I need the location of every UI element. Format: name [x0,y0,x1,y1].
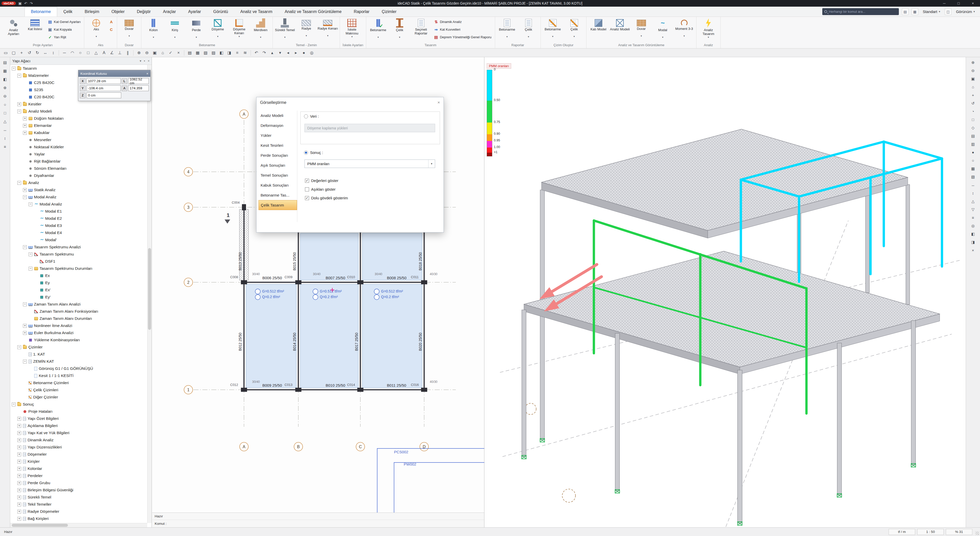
vis-category-betonarme-tas[interactable]: Betonarme Tas... [259,190,297,200]
tree-item-noktasal-k-tleler[interactable]: Noktasal Kütleler [10,143,147,151]
tab-analiz-ve-tasar-m[interactable]: Analiz ve Tasarım [234,6,278,17]
command-window[interactable]: Hazır Komut : [152,512,484,527]
story-copy-button[interactable]: ▣Kat Kopyala [46,26,83,33]
tree-item-statik-analiz[interactable]: +Statik Analiz [10,186,147,194]
strip-footing-button[interactable]: Sürekli Temel▾ [274,17,295,43]
object-list-icon[interactable]: ≡ [234,49,241,56]
tab-de-i-tir[interactable]: Değiştir [130,6,157,17]
tree-expander-icon[interactable]: − [29,202,32,206]
tab-raporlar[interactable]: Raporlar [348,6,375,17]
vis-category-deformasyon[interactable]: Deformasyon [259,121,297,130]
analysis-settings-button[interactable]: Analiz Ayarları [3,17,24,43]
story-forces-button[interactable]: ⇒Kat Kuvvetleri [432,26,493,33]
selective-reports-button[interactable]: Seçmeli Raporlar [410,17,431,43]
tree-item-ey[interactable]: Ey [10,279,147,286]
tree-item-dinamik-analiz[interactable]: +Dinamik Analiz [10,436,147,444]
nudge-up-icon[interactable]: ▴ [269,49,276,56]
tree-item-nonlineer-i-tme-analizi[interactable]: +Nonlineer İtme Analizi [10,322,147,329]
axis-button[interactable]: Aks▾ [86,17,107,43]
vis-category-temel-sonu-lar[interactable]: Temel Sonuçları [259,170,297,180]
section-view-icon[interactable]: ▧ [969,173,977,180]
x-value-field[interactable]: 1077.28 cm [86,78,121,84]
horizontal-tool-icon[interactable]: ↔ [1,126,9,134]
dynamic-analysis-button[interactable]: ⇅Dinamik Analiz [432,18,493,25]
nudge-down-icon[interactable]: ▾ [277,49,284,56]
rectangle-icon[interactable]: □ [84,49,92,56]
view-front-icon[interactable]: ▤ [969,132,977,140]
tree-expander-icon[interactable]: − [12,67,16,70]
tree-expander-icon[interactable]: + [18,453,21,456]
tree-item-analiz-modeli[interactable]: −Analiz Modeli [10,108,147,115]
tree-item-proje-hatalar[interactable]: Proje Hataları [10,408,147,415]
tree-item-ex[interactable]: Ex' [10,286,147,294]
close-button[interactable]: × [966,0,980,6]
tab-ara-lar[interactable]: Araçlar [157,6,182,17]
tree-item-tekil-temeller[interactable]: +Tekil Temeller [10,501,147,508]
wall-view-button[interactable]: Duvar▾ [631,17,652,43]
vis-category-kabuk-sonu-lar[interactable]: Kabuk Sonuçları [259,180,297,190]
half-right-view-icon[interactable]: ◨ [969,239,977,246]
vis-category-perde-sonu-lar[interactable]: Perde Sonuçları [259,150,297,160]
tree-item-g-r-n-g1-g1-g-r-n[interactable]: Görünüş G1 / G1 GÖRÜNÜŞÜ [10,365,147,372]
tree-item-kiri-ler[interactable]: +Kirişler [10,458,147,465]
zoom-out-icon[interactable]: ⊖ [143,49,151,56]
tab-analiz-ve-tasar-m-g-r-nt-leme[interactable]: Analiz ve Tasarım Görüntüleme [278,6,348,17]
selection-window-icon[interactable]: ▭ [2,49,10,56]
vis-category-elik-tasar-m[interactable]: Çelik Tasarım [259,200,297,210]
tree-expander-icon[interactable]: + [18,460,21,463]
triangle-tool-icon[interactable]: △ [1,118,9,125]
coordinate-box[interactable]: Koordinat Kutusu × X 1077.28 cm L 1082.5… [78,70,151,101]
scaffold-macro-button[interactable]: İskele Makrosu▾ [342,17,363,43]
add-object-icon[interactable]: ⊕ [1,84,9,91]
redo-icon[interactable]: ↷ [261,49,268,56]
tree-expander-icon[interactable]: − [23,359,27,363]
zoom-window-icon[interactable]: ▣ [151,49,159,56]
solid-model-view-button[interactable]: Katı Model [588,17,609,43]
tree-item-tasar-m-spektrumu-analizi[interactable]: −Tasarım Spektrumu Analizi [10,243,147,251]
tree-expander-icon[interactable]: + [18,467,21,471]
vis-category-kesit-tesirleri[interactable]: Kesit Tesirleri [259,140,297,150]
axis-letter-button[interactable]: A [107,18,115,25]
tree-item-kolonlar[interactable]: +Kolonlar [10,465,147,472]
tree-expander-icon[interactable]: + [23,117,27,121]
modal-view-button[interactable]: ~Modal▾ [652,17,673,43]
design-steel-button[interactable]: Çelik▾ [389,17,410,43]
beam-button[interactable]: Kiriş▾ [164,17,185,43]
rotate-ccw-icon[interactable]: ↺ [26,49,33,56]
drawing-concrete-button[interactable]: Betonarme▾ [542,17,563,43]
view-iso-icon[interactable]: ◇ [969,124,977,132]
tree-item-perde-grubu[interactable]: +Perde Grubu [10,479,147,487]
scrollbar-thumb[interactable] [148,248,151,330]
solid-display-row[interactable]: Dolu gövdeli gösterim [305,196,348,200]
tree-expander-icon[interactable]: − [23,245,27,249]
tree-expander-icon[interactable]: + [18,417,21,421]
wireframe-view-icon[interactable]: ○ [969,157,977,164]
sonuc-select[interactable]: PMM oranları ▾ [304,159,435,168]
sonuc-radio[interactable] [304,151,308,155]
tree-item-perdeler[interactable]: +Perdeler [10,472,147,479]
veri-radio-row[interactable]: Veri : [304,114,319,118]
semi-rigid-button[interactable]: ✓Yarı Rijit [46,34,83,41]
column-button[interactable]: Kolon▾ [143,17,164,43]
axis-circular-button[interactable]: C [107,26,115,33]
arc-icon[interactable]: ◠ [68,49,76,56]
tree-expander-icon[interactable]: + [18,424,21,428]
zoom-window-icon[interactable]: ▣ [969,75,977,83]
tree-item-diyaframlar[interactable]: Diyaframlar [10,172,147,179]
vertical-tool-icon[interactable]: ↕ [1,135,9,142]
tree-item-yap-kat-ve-y-k-bilgileri[interactable]: +Yapı Kat ve Yük Bilgileri [10,429,147,436]
tree-item-di-er-izimler[interactable]: Diğer Çizimler [10,394,147,401]
show-purlins-checkbox[interactable] [305,187,309,191]
a-value-field[interactable]: 174.359 [128,85,149,91]
l-value-field[interactable]: 1082.52 cm [128,78,149,84]
vis-category-analiz-modeli[interactable]: Analiz Modeli [259,111,297,121]
orbit-icon[interactable]: ↺ [969,100,977,107]
tree-item-euler-burkulma-analizi[interactable]: +Euler Burkulma Analizi [10,329,147,336]
tree-item-ex[interactable]: Ex [10,272,147,279]
tree-item-modal-e4[interactable]: Modal E4 [10,229,147,236]
circle-icon[interactable]: ○ [76,49,84,56]
command-search[interactable]: Herhangi bir komut ara... [822,8,899,15]
stairs-button[interactable]: Merdiven▾ [250,17,271,43]
move-icon[interactable]: + [18,49,25,56]
tree-expander-icon[interactable]: − [18,345,21,349]
